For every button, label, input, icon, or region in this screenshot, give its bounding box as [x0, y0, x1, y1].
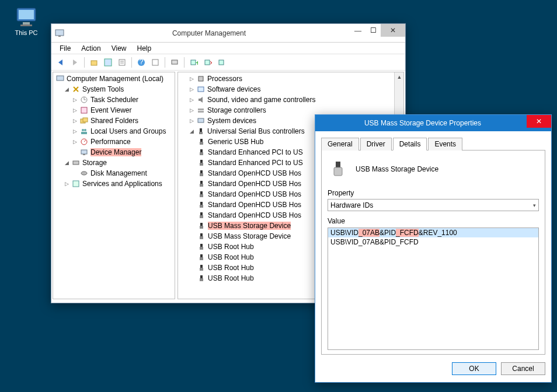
svg-rect-70 [200, 257, 203, 260]
collapse-icon[interactable]: ◢ [64, 160, 70, 166]
back-button[interactable] [55, 57, 67, 68]
device-remove-icon[interactable]: × [202, 57, 214, 68]
tree-item-task-scheduler[interactable]: ▷Task Scheduler [55, 94, 172, 105]
titlebar[interactable]: Computer Management — ☐ ✕ [51, 24, 405, 43]
expand-icon[interactable]: ▷ [189, 97, 195, 103]
svg-rect-75 [336, 162, 340, 167]
tab-details[interactable]: Details [393, 138, 427, 150]
tree-label: Standard Enhanced PCI to US [208, 159, 303, 167]
tree-item[interactable]: ▷Processors [180, 74, 394, 84]
hw-id-text: USB\VID_07AB&PID_FCFD [330, 238, 419, 246]
minimize-button[interactable]: — [350, 24, 365, 37]
tab-events[interactable]: Events [428, 138, 462, 150]
properties-icon[interactable] [116, 57, 128, 68]
svg-rect-31 [81, 132, 87, 134]
svg-text:?: ? [140, 58, 144, 66]
expand-icon[interactable]: ▷ [189, 107, 195, 114]
services-icon [71, 179, 81, 188]
tree-item-local-users[interactable]: ▷Local Users and Groups [55, 126, 172, 136]
scroll-up-button[interactable]: ▲ [395, 72, 404, 82]
usb-plug-icon [197, 211, 206, 220]
svg-rect-34 [81, 150, 87, 154]
svg-rect-58 [200, 194, 203, 197]
expand-icon[interactable]: ▷ [189, 76, 195, 82]
tree-item-shared-folders[interactable]: ▷Shared Folders [55, 116, 172, 126]
usb-plug-icon [197, 221, 206, 230]
tree-label: USB Mass Storage Device [208, 232, 291, 240]
usb-plug-icon [197, 179, 206, 188]
up-button[interactable] [88, 57, 100, 68]
expand-icon[interactable]: ▷ [72, 139, 78, 145]
expand-icon[interactable]: ▷ [189, 86, 195, 93]
left-tree-pane[interactable]: Computer Management (Local) ◢ System Too… [53, 72, 175, 299]
props-titlebar[interactable]: USB Mass Storage Device Properties ✕ [315, 115, 551, 131]
tree-item[interactable]: ▷Software devices [180, 84, 394, 94]
expand-icon[interactable]: ▷ [72, 118, 78, 124]
list-item[interactable]: USB\VID_07AB&PID_FCFD [328, 237, 538, 247]
menu-help[interactable]: Help [133, 43, 156, 54]
storage-ctrl-icon [196, 106, 206, 115]
this-pc-icon [15, 5, 38, 28]
tree-label: System devices [207, 117, 256, 125]
maximize-button[interactable]: ☐ [365, 24, 381, 37]
tab-general[interactable]: General [321, 138, 359, 150]
ok-button[interactable]: OK [452, 362, 496, 375]
tree-label: Standard Enhanced PCI to US [208, 148, 303, 156]
property-selected: Hardware IDs [330, 201, 373, 209]
close-button[interactable]: ✕ [527, 115, 551, 128]
collapse-icon[interactable]: ◢ [189, 128, 195, 135]
tree-services[interactable]: ▷Services and Applications [55, 178, 172, 189]
svg-rect-10 [119, 60, 125, 65]
close-button[interactable]: ✕ [381, 24, 405, 37]
tree-system-tools[interactable]: ◢ System Tools [55, 84, 172, 94]
usb-plug-icon [197, 158, 206, 167]
expand-icon[interactable]: ▷ [72, 107, 78, 114]
svg-rect-35 [83, 154, 85, 155]
list-icon[interactable] [149, 57, 161, 68]
device-add-icon[interactable]: + [188, 57, 200, 68]
hw-id-hl: _FCFD [396, 229, 419, 237]
scan-icon[interactable] [169, 57, 180, 68]
tree-item-event-viewer[interactable]: ▷Event Viewer [55, 105, 172, 116]
tree-item[interactable]: ▷Sound, video and game controllers [180, 94, 394, 105]
svg-rect-36 [73, 161, 79, 164]
collapse-icon[interactable]: ◢ [64, 86, 70, 93]
value-listbox[interactable]: USB\VID_07AB&PID_FCFD&REV_1100 USB\VID_0… [328, 228, 539, 350]
list-item[interactable]: USB\VID_07AB&PID_FCFD&REV_1100 [328, 228, 538, 237]
tree-item-device-manager[interactable]: Device Manager [55, 147, 172, 158]
show-hide-icon[interactable] [102, 57, 114, 68]
tab-driver[interactable]: Driver [360, 138, 392, 150]
expand-icon[interactable]: ▷ [64, 181, 70, 187]
property-dropdown[interactable]: Hardware IDs ▾ [328, 199, 539, 211]
tree-label: USB Root Hub [208, 243, 254, 251]
usb-plug-icon [197, 242, 206, 251]
tree-storage[interactable]: ◢Storage [55, 158, 172, 168]
tree-item-performance[interactable]: ▷Performance [55, 136, 172, 147]
tree-label: USB Mass Storage Device [208, 222, 291, 230]
chevron-down-icon: ▾ [533, 202, 536, 208]
tree-item-disk-mgmt[interactable]: Disk Management [55, 168, 172, 178]
menu-file[interactable]: File [55, 43, 75, 54]
expand-icon[interactable]: ▷ [72, 128, 78, 135]
desktop-icon-this-pc[interactable]: This PC [9, 5, 44, 36]
system-icon [196, 116, 206, 125]
expand-icon[interactable]: ▷ [72, 97, 78, 103]
usb-plug-icon [197, 169, 206, 178]
svg-rect-46 [199, 132, 203, 134]
usb-plug-icon [197, 200, 206, 209]
menu-view[interactable]: View [107, 43, 131, 54]
perf-icon [79, 137, 89, 146]
help-icon[interactable]: ? [135, 57, 147, 68]
properties-dialog: USB Mass Storage Device Properties ✕ Gen… [315, 114, 552, 383]
svg-rect-68 [200, 247, 203, 250]
tree-label: Performance [90, 138, 131, 146]
svg-rect-59 [200, 202, 203, 205]
device-scan-icon[interactable] [216, 57, 228, 68]
menu-action[interactable]: Action [76, 43, 105, 54]
disk-icon [79, 169, 89, 178]
tree-root[interactable]: Computer Management (Local) [55, 74, 172, 84]
expand-icon[interactable]: ▷ [189, 118, 195, 124]
svg-rect-17 [191, 60, 196, 65]
cancel-button[interactable]: Cancel [501, 362, 545, 375]
forward-button[interactable] [69, 57, 81, 68]
